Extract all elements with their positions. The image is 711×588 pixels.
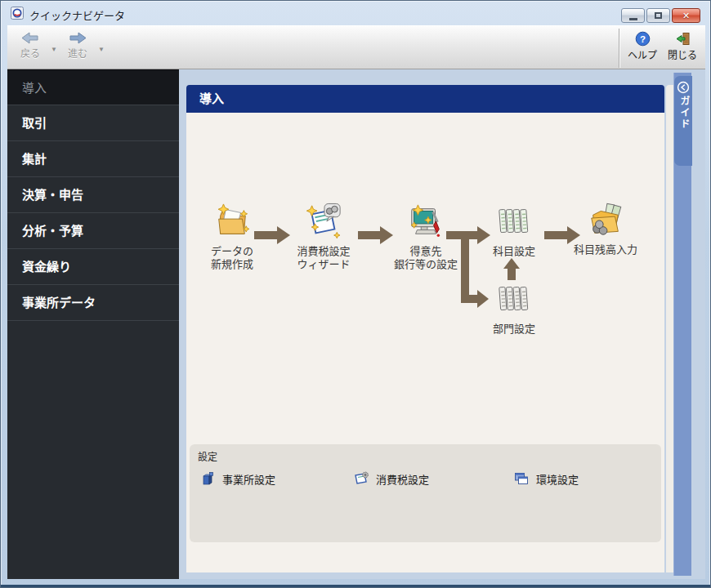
guide-gutter <box>666 85 673 572</box>
toolbar-divider <box>619 29 619 68</box>
settings-item-label: 環境設定 <box>536 471 579 487</box>
flow-node-label: 消費税設定 ウィザード <box>283 245 364 271</box>
sidebar-item-intro[interactable]: 導入 <box>7 69 179 105</box>
forward-button[interactable]: 進む <box>60 29 96 67</box>
sidebar-item-analysis[interactable]: 分析・予算 <box>7 213 179 249</box>
flow-node-label: 部門設定 <box>473 323 555 336</box>
sidebar-item-company-data[interactable]: 事業所データ <box>7 285 179 321</box>
flow-node-label: 科目残高入力 <box>565 243 646 256</box>
help-button[interactable]: ? ヘルプ <box>624 29 661 67</box>
back-arrow-icon <box>20 31 40 45</box>
balance-folder-icon <box>587 201 624 238</box>
settings-item-tax[interactable]: 消費税設定 <box>353 469 429 488</box>
window-bottom-border <box>1 585 710 587</box>
maximize-icon <box>655 12 662 19</box>
flow-node-balance-entry[interactable]: 科目残高入力 <box>565 201 646 256</box>
account-ledger-icon <box>495 203 533 240</box>
quick-navigator-window: クイックナビゲータ ✕ 戻る ▼ 進む ▼ ? ヘ <box>0 0 711 588</box>
flow-up-arrow <box>508 268 516 280</box>
close-tool-label: 閉じる <box>668 50 697 61</box>
environment-settings-icon <box>513 470 530 487</box>
sidebar-item-aggregation[interactable]: 集計 <box>7 141 179 177</box>
page-title: 導入 <box>186 85 664 113</box>
guide-tab-label: ガイド <box>677 96 691 130</box>
app-icon <box>11 7 24 20</box>
back-button[interactable]: 戻る <box>12 29 48 67</box>
guide-tab[interactable]: ガイド <box>674 76 692 166</box>
flow-node-department-setup[interactable]: 部門設定 <box>473 280 555 336</box>
flow-branch-down <box>461 235 469 299</box>
window-title: クイックナビゲータ <box>29 7 125 23</box>
close-window-button[interactable]: ✕ <box>672 8 700 23</box>
close-icon: ✕ <box>682 11 690 21</box>
new-data-folder-icon <box>213 203 251 240</box>
settings-panel: 設定 事業所設定 <box>190 444 661 542</box>
sidebar-item-settlement[interactable]: 決算・申告 <box>7 177 179 213</box>
settings-item-label: 事業所設定 <box>222 471 275 487</box>
help-icon: ? <box>635 31 651 47</box>
content-area: 導入 取引 集計 決算・申告 分析・予算 資金繰り 事業所データ 導入 <box>7 69 705 579</box>
guide-strip: ガイド <box>673 73 691 576</box>
minimize-button[interactable] <box>621 8 645 23</box>
maximize-button[interactable] <box>646 8 670 23</box>
intro-flow-diagram: データの 新規作成 <box>186 113 664 442</box>
department-ledger-icon <box>495 280 533 318</box>
title-bar: クイックナビゲータ ✕ <box>1 1 710 25</box>
flow-node-label: データの 新規作成 <box>191 245 273 271</box>
minimize-icon <box>629 18 637 20</box>
exit-door-icon <box>675 31 691 47</box>
panel-body: データの 新規作成 <box>186 113 664 572</box>
flow-node-label: 得意先 銀行等の設定 <box>385 245 467 271</box>
sidebar-item-transactions[interactable]: 取引 <box>7 105 179 141</box>
help-label: ヘルプ <box>628 50 657 61</box>
settings-item-company[interactable]: 事業所設定 <box>199 469 275 488</box>
settings-item-environment[interactable]: 環境設定 <box>513 469 579 488</box>
forward-dropdown[interactable]: ▼ <box>98 46 105 53</box>
flow-arrow <box>544 231 567 239</box>
company-settings-icon <box>199 470 216 487</box>
sidebar-nav: 導入 取引 集計 決算・申告 分析・予算 資金繰り 事業所データ <box>7 69 179 579</box>
flow-arrow <box>254 231 277 239</box>
settings-item-label: 消費税設定 <box>376 471 429 487</box>
back-label: 戻る <box>20 48 40 60</box>
expand-guide-icon <box>677 81 690 94</box>
toolbar: 戻る ▼ 進む ▼ ? ヘルプ 閉じる <box>7 25 705 69</box>
customers-banks-icon <box>407 203 445 240</box>
forward-label: 進む <box>68 48 87 60</box>
back-dropdown[interactable]: ▼ <box>51 46 57 53</box>
settings-title: 設定 <box>198 449 217 463</box>
tax-settings-icon <box>353 470 369 487</box>
window-controls: ✕ <box>621 8 700 23</box>
flow-node-account-setup[interactable]: 科目設定 <box>473 203 555 258</box>
svg-text:?: ? <box>639 34 645 44</box>
forward-arrow-icon <box>68 31 87 45</box>
flow-node-tax-wizard[interactable]: 消費税設定 ウィザード <box>283 203 364 271</box>
tax-wizard-icon <box>305 203 342 240</box>
main-panel: 導入 データの <box>186 85 664 572</box>
flow-node-label: 科目設定 <box>473 245 555 258</box>
flow-arrow <box>358 231 380 239</box>
close-tool-button[interactable]: 閉じる <box>663 29 702 67</box>
sidebar-item-cashflow[interactable]: 資金繰り <box>7 249 179 285</box>
